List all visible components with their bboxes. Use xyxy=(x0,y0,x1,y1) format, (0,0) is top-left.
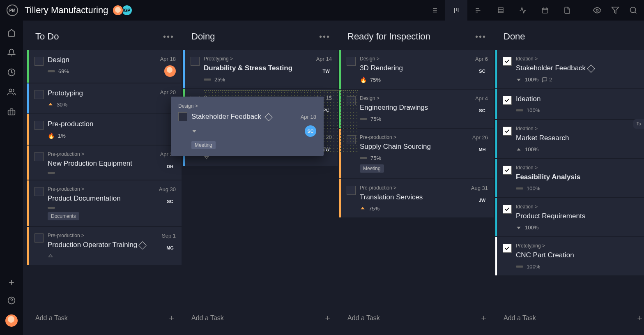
task-checkbox[interactable] xyxy=(503,96,512,105)
column-menu-icon[interactable]: ••• xyxy=(319,32,330,42)
card-title[interactable]: Production Operator Training xyxy=(48,241,158,249)
briefcase-icon[interactable] xyxy=(7,108,16,116)
dragging-card[interactable]: Design >Stakeholder Feedback Apr 18SCMee… xyxy=(171,97,324,156)
visibility-icon[interactable] xyxy=(593,6,601,14)
card-title[interactable]: Product Documentation xyxy=(48,194,155,203)
team-icon[interactable] xyxy=(7,88,16,96)
card-title[interactable]: Engineering Drawings xyxy=(360,104,471,112)
task-checkbox[interactable] xyxy=(347,57,356,66)
card-title[interactable]: Prototyping xyxy=(48,89,156,97)
task-card[interactable]: Ideation >Product Requirements100% xyxy=(495,198,644,236)
add-task-button[interactable]: Add a Task+ xyxy=(339,305,494,331)
task-card[interactable]: Ideation >Feasibility Analysis100% xyxy=(495,159,644,197)
search-icon[interactable] xyxy=(629,6,637,14)
card-title[interactable]: New Production Equipment xyxy=(48,159,156,168)
avatar-badge[interactable]: SC xyxy=(305,125,316,137)
task-card[interactable]: Design69%Apr 18 xyxy=(27,50,182,83)
card-title[interactable]: Pre-production xyxy=(48,120,176,128)
task-checkbox[interactable] xyxy=(34,90,44,99)
task-card[interactable]: Pre-production >Translation Services75%A… xyxy=(339,179,494,217)
app-logo[interactable]: PM xyxy=(7,5,18,16)
card-title[interactable]: Market Research xyxy=(516,134,644,142)
task-checkbox[interactable] xyxy=(178,112,187,121)
card-tag[interactable]: Meeting xyxy=(360,164,384,173)
task-checkbox[interactable] xyxy=(34,152,44,161)
view-sheet-icon[interactable] xyxy=(490,0,512,21)
view-activity-icon[interactable] xyxy=(512,0,534,21)
add-task-button[interactable]: Add a Task+ xyxy=(495,305,644,331)
task-checkbox[interactable] xyxy=(503,127,512,136)
task-checkbox[interactable] xyxy=(503,57,512,66)
task-card[interactable]: Pre-production >Production Operator Trai… xyxy=(27,227,182,265)
task-card[interactable]: Prototyping30%Apr 20 xyxy=(27,83,182,113)
progress-bar-icon xyxy=(204,79,211,81)
task-card[interactable]: Ideation >Market Research100% xyxy=(495,120,644,158)
task-card[interactable]: Prototyping >Durability & Stress Testing… xyxy=(183,50,338,88)
task-checkbox[interactable] xyxy=(34,57,44,66)
card-tag[interactable]: Meeting xyxy=(191,141,216,149)
card-tag[interactable]: Documents xyxy=(48,212,79,220)
view-calendar-icon[interactable] xyxy=(534,0,556,21)
avatar-badge[interactable]: DH xyxy=(164,161,176,172)
card-title[interactable]: Durability & Stress Testing xyxy=(204,64,312,72)
add-task-button[interactable]: Add a Task+ xyxy=(183,305,338,331)
home-icon[interactable] xyxy=(7,29,16,37)
header-avatar-group[interactable]: GP xyxy=(115,5,133,16)
card-title[interactable]: Product Requirements xyxy=(516,212,644,220)
column-menu-icon[interactable]: ••• xyxy=(163,32,174,42)
task-card[interactable]: Ideation >Stakeholder Feedback100%2 xyxy=(495,50,644,88)
avatar-face-icon[interactable] xyxy=(112,5,124,16)
task-checkbox[interactable] xyxy=(34,121,44,130)
avatar-badge[interactable]: TW xyxy=(320,65,332,77)
card-title[interactable]: Design xyxy=(48,56,156,64)
avatar-badge[interactable]: SC xyxy=(164,196,176,207)
card-title[interactable]: 3D Rendering xyxy=(360,64,471,72)
task-checkbox[interactable] xyxy=(34,187,44,196)
task-card[interactable]: Design >3D Rendering🔥75%Apr 6SC xyxy=(339,50,494,89)
task-checkbox[interactable] xyxy=(347,186,356,195)
task-checkbox[interactable] xyxy=(191,57,200,66)
user-avatar-icon[interactable] xyxy=(5,314,18,327)
view-board-icon[interactable] xyxy=(445,0,467,21)
card-meta: 100% xyxy=(516,107,644,113)
task-card[interactable]: Pre-production >Product DocumentationDoc… xyxy=(27,180,182,226)
card-date: Apr 20 xyxy=(160,89,176,95)
view-files-icon[interactable] xyxy=(556,0,578,21)
card-title[interactable]: Ideation xyxy=(516,95,644,103)
avatar-face-icon[interactable] xyxy=(164,65,176,77)
card-title[interactable]: Feasibility Analysis xyxy=(516,173,644,181)
card-progress: 75% xyxy=(370,77,381,83)
card-title[interactable]: Stakeholder Feedback xyxy=(516,64,644,72)
task-card[interactable]: Pre-production🔥1% xyxy=(27,114,182,145)
avatar-badge[interactable]: SC xyxy=(476,65,488,77)
task-checkbox[interactable] xyxy=(503,166,512,175)
avatar-badge[interactable]: SC xyxy=(476,105,488,116)
svg-rect-25 xyxy=(8,110,15,115)
task-card[interactable]: Pre-production >Supply Chain Sourcing75%… xyxy=(339,129,494,178)
avatar-badge[interactable]: JW xyxy=(476,194,488,206)
filter-icon[interactable] xyxy=(611,6,619,14)
add-icon[interactable] xyxy=(7,278,16,286)
task-card[interactable]: Pre-production >New Production Equipment… xyxy=(27,146,182,180)
comment-count[interactable]: 2 xyxy=(542,76,552,83)
add-task-button[interactable]: Add a Task+ xyxy=(27,305,182,331)
help-icon[interactable] xyxy=(7,296,16,305)
column-menu-icon[interactable]: ••• xyxy=(475,32,486,42)
side-panel-tab[interactable]: To xyxy=(633,119,644,129)
card-title[interactable]: CNC Part Creation xyxy=(516,251,644,259)
task-card[interactable]: Design >Engineering Drawings75%Apr 4SC xyxy=(339,90,494,128)
notifications-icon[interactable] xyxy=(7,49,16,57)
task-checkbox[interactable] xyxy=(503,244,512,253)
avatar-badge[interactable]: MH xyxy=(476,144,488,155)
card-title[interactable]: Translation Services xyxy=(360,193,467,201)
task-checkbox[interactable] xyxy=(503,205,512,214)
view-gantt-icon[interactable] xyxy=(467,0,490,21)
recent-icon[interactable] xyxy=(7,68,16,76)
card-title[interactable]: Supply Chain Sourcing xyxy=(360,143,468,151)
priority-up-icon xyxy=(48,253,53,259)
view-list-icon[interactable] xyxy=(423,0,445,21)
task-card[interactable]: Ideation100% xyxy=(495,89,644,119)
task-checkbox[interactable] xyxy=(34,233,44,243)
task-card[interactable]: Prototyping >CNC Part Creation100% xyxy=(495,237,644,275)
avatar-badge[interactable]: MG xyxy=(164,242,176,254)
